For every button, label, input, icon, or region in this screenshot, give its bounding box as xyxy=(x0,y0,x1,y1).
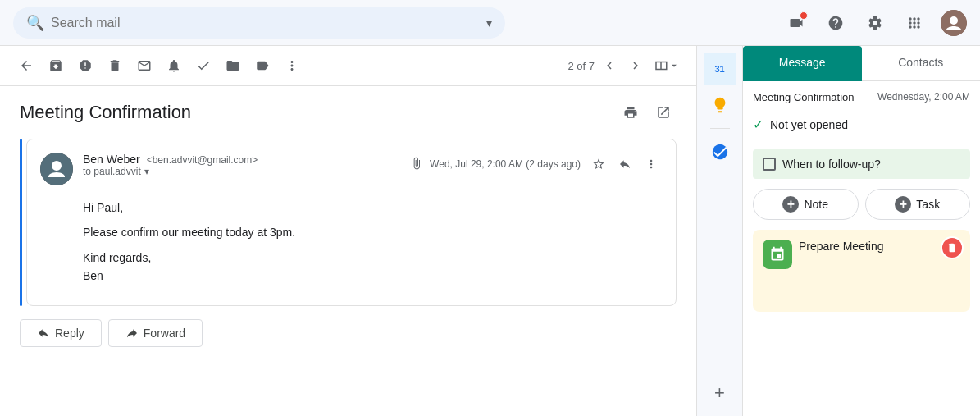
email-thread: Meeting Confirmation xyxy=(0,86,696,416)
contacts-tab[interactable]: Contacts xyxy=(862,46,981,81)
calendar-icon-btn[interactable]: 31 xyxy=(704,53,736,85)
to-label: to paul.advvit xyxy=(83,166,141,177)
panel-content: Meeting Confirmation Wednesday, 2:00 AM … xyxy=(743,81,980,416)
note-content: Prepare Meeting xyxy=(799,240,960,302)
body-line-2: Please confirm our meeting today at 3pm. xyxy=(83,223,663,241)
keep-icon-btn[interactable] xyxy=(704,89,736,121)
panel-meeting-row: Meeting Confirmation Wednesday, 2:00 AM xyxy=(753,91,970,103)
right-panel: Message Contacts Meeting Confirmation We… xyxy=(742,46,980,416)
note-label: Note xyxy=(804,198,828,211)
left-accent-bar xyxy=(20,139,22,306)
note-button[interactable]: + Note xyxy=(753,189,859,220)
delete-button[interactable] xyxy=(102,53,128,79)
reply-label: Reply xyxy=(55,327,84,340)
side-icons: 31 + xyxy=(696,46,742,416)
mark-read-button[interactable] xyxy=(131,53,157,79)
prev-page-button[interactable] xyxy=(598,54,621,77)
pagination: 2 of 7 xyxy=(567,54,647,77)
follow-up-row[interactable]: When to follow-up? xyxy=(753,149,970,179)
search-icon: 🔍 xyxy=(26,14,44,32)
svg-point-2 xyxy=(712,144,727,159)
note-text: Prepare Meeting xyxy=(799,240,884,253)
message-tab[interactable]: Message xyxy=(743,46,862,81)
snooze-button[interactable] xyxy=(161,53,187,79)
pagination-text: 2 of 7 xyxy=(567,60,595,72)
check-icon: ✓ xyxy=(753,117,763,132)
sender-name-row: Ben Weber <ben.advvit@gmail.com> xyxy=(83,153,400,166)
more-toolbar-button[interactable] xyxy=(279,53,305,79)
follow-up-checkbox[interactable] xyxy=(763,158,776,171)
print-icon-btn[interactable] xyxy=(618,99,644,126)
note-tree-icon xyxy=(763,240,792,269)
forward-label: Forward xyxy=(144,327,185,340)
more-email-button[interactable] xyxy=(640,153,663,176)
email-subject-text: Meeting Confirmation xyxy=(20,102,191,123)
split-view-button[interactable] xyxy=(650,53,683,79)
main-content: 2 of 7 Meeting Confirmation xyxy=(0,46,980,416)
email-meta: Wed, Jul 29, 2:00 AM (2 days ago) xyxy=(410,153,663,176)
email-attach-icon xyxy=(410,157,423,172)
grid-icon-btn[interactable] xyxy=(901,10,928,36)
archive-button[interactable] xyxy=(43,53,69,79)
spam-button[interactable] xyxy=(72,53,98,79)
recipient-dropdown-icon[interactable]: ▾ xyxy=(144,166,149,177)
panel-tabs: Message Contacts xyxy=(743,46,980,81)
topbar: 🔍 ▾ xyxy=(0,0,980,46)
help-icon-btn[interactable] xyxy=(823,10,849,36)
reply-button[interactable]: Reply xyxy=(20,319,102,347)
calendar-icon: 31 xyxy=(714,64,724,74)
task-plus-icon: + xyxy=(895,196,911,213)
email-date: Wed, Jul 29, 2:00 AM (2 days ago) xyxy=(430,158,581,170)
note-delete-button[interactable] xyxy=(941,236,964,259)
note-card: Prepare Meeting xyxy=(753,230,970,312)
topbar-icons xyxy=(783,10,967,36)
email-subject-icons xyxy=(618,99,677,126)
not-opened-label: Not yet opened xyxy=(770,118,848,131)
meet-icon-btn[interactable] xyxy=(783,10,809,36)
email-meta-icons xyxy=(587,153,663,176)
search-dropdown-icon[interactable]: ▾ xyxy=(486,16,492,30)
follow-up-label: When to follow-up? xyxy=(782,158,881,171)
email-area: 2 of 7 Meeting Confirmation xyxy=(0,46,696,416)
move-button[interactable] xyxy=(220,53,246,79)
sender-avatar xyxy=(40,153,73,185)
done-button[interactable] xyxy=(190,53,217,79)
sender-email: <ben.advvit@gmail.com> xyxy=(147,154,258,166)
avatar[interactable] xyxy=(941,10,967,36)
sender-info: Ben Weber <ben.advvit@gmail.com> to paul… xyxy=(83,153,400,177)
back-button[interactable] xyxy=(13,53,39,79)
reply-section: Reply Forward xyxy=(20,306,677,360)
email-subject-row: Meeting Confirmation xyxy=(20,99,677,126)
sender-name: Ben Weber xyxy=(83,153,140,166)
settings-icon-btn[interactable] xyxy=(862,10,888,36)
email-header: Ben Weber <ben.advvit@gmail.com> to paul… xyxy=(40,153,663,185)
body-line-3: Kind regards,Ben xyxy=(83,249,663,286)
task-button[interactable]: + Task xyxy=(865,189,971,220)
side-icon-divider xyxy=(710,128,730,129)
note-plus-icon: + xyxy=(782,196,799,213)
label-button[interactable] xyxy=(249,53,276,79)
body-line-1: Hi Paul, xyxy=(83,199,663,217)
reply-quick-button[interactable] xyxy=(613,153,636,176)
action-buttons: + Note + Task xyxy=(753,189,970,220)
panel-meeting-label: Meeting Confirmation xyxy=(753,91,855,103)
email-message: Ben Weber <ben.advvit@gmail.com> to paul… xyxy=(26,139,677,306)
to-recipient: to paul.advvit ▾ xyxy=(83,166,400,177)
star-button[interactable] xyxy=(587,153,610,176)
email-toolbar: 2 of 7 xyxy=(0,46,696,86)
search-bar[interactable]: 🔍 ▾ xyxy=(13,7,505,39)
not-opened-row: ✓ Not yet opened xyxy=(753,110,970,139)
new-window-icon-btn[interactable] xyxy=(650,99,677,126)
search-input[interactable] xyxy=(51,16,480,30)
tasks-icon-btn[interactable] xyxy=(704,135,736,168)
email-message-wrapper: Ben Weber <ben.advvit@gmail.com> to paul… xyxy=(20,139,677,306)
forward-button[interactable]: Forward xyxy=(108,319,203,347)
panel-meeting-date: Wednesday, 2:00 AM xyxy=(877,91,970,103)
add-icon-btn[interactable]: + xyxy=(704,377,736,409)
task-label: Task xyxy=(916,198,940,211)
email-body: Hi Paul, Please confirm our meeting toda… xyxy=(40,199,663,286)
next-page-button[interactable] xyxy=(624,54,647,77)
